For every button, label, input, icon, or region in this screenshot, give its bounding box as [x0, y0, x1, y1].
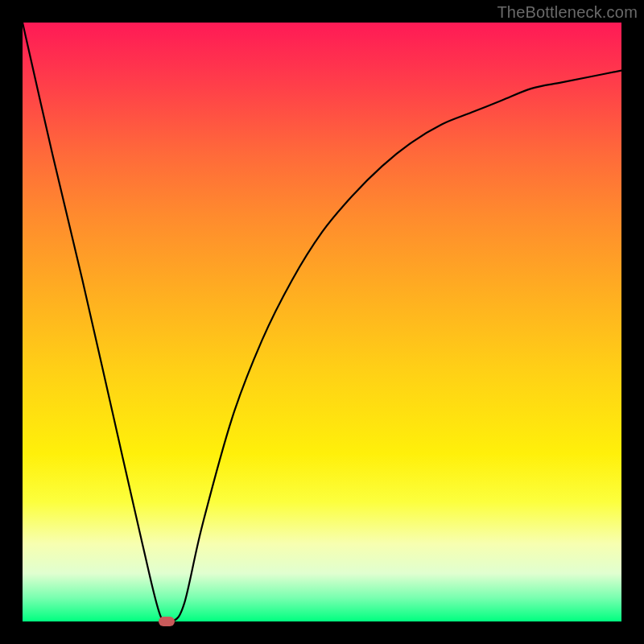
- watermark-text: TheBottleneck.com: [497, 3, 638, 22]
- plot-area: [23, 23, 621, 621]
- curve-svg: [23, 23, 621, 621]
- minimum-marker: [159, 617, 175, 626]
- chart-frame: TheBottleneck.com: [0, 0, 644, 644]
- curve-path: [23, 23, 621, 621]
